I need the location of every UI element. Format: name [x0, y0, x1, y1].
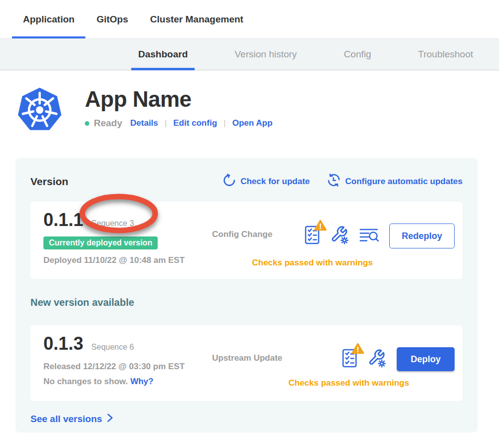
- preflight-checks-icon[interactable]: [304, 225, 320, 247]
- currently-deployed-badge: Currently deployed version: [43, 236, 158, 249]
- warning-triangle-icon: [351, 343, 364, 356]
- current-version-sequence: Sequence 3: [91, 219, 134, 228]
- version-panel: Version Check for update: [15, 158, 478, 433]
- refresh-icon: [223, 174, 236, 190]
- kubernetes-logo-icon: [16, 87, 63, 135]
- app-sub-navigation: Dashboard Version history Config Trouble…: [0, 38, 499, 70]
- release-kind-label: Upstream Update: [212, 353, 282, 363]
- view-diff-icon[interactable]: [359, 227, 379, 245]
- configure-automatic-updates-label: Configure automatic updates: [345, 177, 463, 187]
- configure-automatic-updates-link[interactable]: Configure automatic updates: [327, 173, 463, 190]
- check-for-update-link[interactable]: Check for update: [223, 173, 310, 190]
- preflight-result-text: Checks passed with warnings: [288, 378, 409, 388]
- new-version-sequence: Sequence 6: [91, 343, 134, 352]
- schedule-update-icon: [327, 173, 341, 190]
- open-app-link[interactable]: Open App: [232, 118, 272, 128]
- deploy-button[interactable]: Deploy: [397, 347, 455, 371]
- see-all-versions-label: See all versions: [30, 414, 102, 425]
- status-dot-icon: [85, 121, 89, 126]
- subtab-dashboard[interactable]: Dashboard: [131, 39, 195, 70]
- tab-cluster-management[interactable]: Cluster Management: [139, 0, 254, 38]
- deployed-timestamp: Deployed 11/10/22 @ 10:48 am EST: [43, 255, 450, 265]
- check-for-update-label: Check for update: [241, 177, 310, 187]
- status-badge: Ready: [94, 118, 122, 129]
- edit-config-values-icon[interactable]: [368, 348, 387, 370]
- chevron-right-icon: [107, 413, 113, 425]
- subtab-config[interactable]: Config: [337, 39, 378, 70]
- warning-triangle-icon: [314, 220, 327, 233]
- new-version-card: 0.1.3 Sequence 6 Released 12/12/22 @ 03:…: [30, 325, 463, 401]
- new-version-number: 0.1.3: [43, 333, 83, 354]
- release-kind-label: Config Change: [212, 229, 272, 239]
- details-link[interactable]: Details: [130, 118, 158, 128]
- subtab-troubleshoot[interactable]: Troubleshoot: [411, 39, 480, 70]
- edit-config-values-icon[interactable]: [330, 225, 349, 247]
- redeploy-button[interactable]: Redeploy: [389, 224, 455, 248]
- page-title: App Name: [85, 87, 272, 112]
- app-header: App Name Ready Details | Edit config | O…: [16, 87, 499, 135]
- tab-application[interactable]: Application: [12, 0, 85, 38]
- divider: |: [224, 118, 226, 128]
- see-all-versions-link[interactable]: See all versions: [30, 413, 463, 425]
- preflight-checks-icon[interactable]: [342, 348, 358, 370]
- new-version-heading: New version available: [30, 297, 463, 308]
- why-link[interactable]: Why?: [130, 377, 153, 386]
- no-changes-text: No changes to show.: [43, 377, 128, 386]
- tab-gitops[interactable]: GitOps: [85, 0, 139, 38]
- top-navigation: Application GitOps Cluster Management: [0, 0, 499, 38]
- version-section-title: Version: [30, 176, 68, 188]
- preflight-result-text: Checks passed with warnings: [252, 258, 373, 268]
- divider: |: [165, 118, 167, 128]
- subtab-version-history[interactable]: Version history: [228, 39, 304, 70]
- current-version-number: 0.1.1: [43, 210, 83, 230]
- edit-config-link[interactable]: Edit config: [173, 118, 217, 128]
- current-version-card: 0.1.1 Sequence 3 Currently deployed vers…: [30, 202, 463, 279]
